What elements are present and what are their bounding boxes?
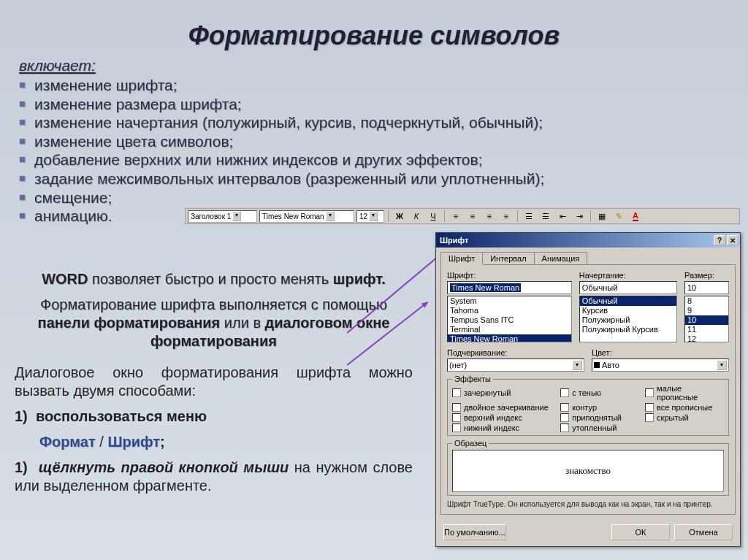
align-justify-button[interactable]: ≡ [499,210,514,223]
font-input[interactable]: Times New Roman [447,281,572,294]
list-item[interactable]: Полужирный Курсив [580,325,676,334]
bullet-item: добавление верхних или нижних индексов и… [34,150,482,169]
size-combo[interactable]: 12▾ [356,210,384,223]
align-left-button[interactable]: ≡ [449,210,463,223]
font-dialog: Шрифт ? ✕ Шрифт Интервал Анимация Шрифт:… [435,232,741,547]
highlight-button[interactable]: ✎ [611,210,626,223]
font-color-button[interactable]: A [628,210,643,223]
bullet-item: изменение цвета символов; [34,132,233,151]
bullet-list-button[interactable]: ☰ [538,210,553,223]
style-combo[interactable]: Заголовок 1▾ [188,210,257,223]
list-item[interactable]: 10 [685,315,728,325]
list-item[interactable]: Полужирный [580,315,676,325]
effects-group: Эффекты зачеркнутый с тенью малые пропис… [447,379,729,436]
bullet-list: изменение шрифта; изменение размера шриф… [19,76,748,226]
checkbox-subscript[interactable]: нижний индекс [452,423,554,432]
list-item[interactable]: Курсив [580,306,676,315]
bullet-item: анимацию. [34,207,112,226]
sample-group: Образец знакомство [447,443,729,496]
tab-row: Шрифт Интервал Анимация [440,252,740,265]
chevron-down-icon[interactable]: ▾ [369,211,378,221]
align-center-button[interactable]: ≡ [465,210,480,223]
help-button[interactable]: ? [714,235,725,245]
default-button[interactable]: По умолчанию... [443,524,506,540]
checkbox-strike[interactable]: зачеркнутый [452,384,554,402]
font-combo[interactable]: Times New Roman▾ [259,210,354,223]
outdent-button[interactable]: ⇤ [555,210,570,223]
effects-legend: Эффекты [452,375,493,383]
separator [590,210,591,222]
italic-button[interactable]: К [409,210,424,223]
checkbox-emboss[interactable]: приподнятый [560,413,639,422]
chevron-down-icon[interactable]: ▾ [717,360,727,370]
list-item: 1) воспользоваться меню [15,407,413,426]
bullet-item: смещение; [34,188,112,207]
checkbox-dblstrike[interactable]: двойное зачеркивание [452,403,554,412]
font-label: Шрифт: [447,271,572,280]
paragraph: Форматирование шрифта выполняется с помо… [15,296,413,350]
cancel-button[interactable]: Отмена [674,524,733,540]
style-label: Начертание: [579,271,677,280]
tab-font[interactable]: Шрифт [440,252,483,265]
sample-legend: Образец [452,439,489,448]
intro-text: включает: [19,57,748,74]
paragraph: WORD позволяет быстро и просто менять шр… [15,270,413,288]
color-combo[interactable]: Авто▾ [592,358,729,372]
separator [517,210,518,222]
checkbox-shadow[interactable]: с тенью [560,384,639,402]
font-listbox[interactable]: System Tahoma Tempus Sans ITC Terminal T… [447,296,572,342]
bullet-item: изменение начертания (полужирный, курсив… [34,113,543,132]
size-input[interactable]: 10 [684,281,729,294]
paragraph: Диалоговое окно форматирования шрифта мо… [15,364,413,400]
align-right-button[interactable]: ≡ [482,210,497,223]
list-item[interactable]: Tahoma [448,306,571,315]
style-input[interactable]: Обычный [579,281,677,294]
chevron-down-icon[interactable]: ▾ [572,360,582,370]
tab-panel: Шрифт: Times New Roman System Tahoma Tem… [440,264,736,515]
bold-button[interactable]: Ж [392,210,407,223]
checkbox-outline[interactable]: контур [560,403,639,412]
close-button[interactable]: ✕ [727,235,739,245]
slide-title: Форматирование символов [0,20,748,51]
dialog-title: Шрифт [440,236,468,245]
sample-preview: знакомство [452,450,724,492]
list-item[interactable]: 8 [685,296,728,306]
size-label: Размер: [684,271,729,280]
style-listbox[interactable]: Обычный Курсив Полужирный Полужирный Кур… [579,296,677,342]
separator [444,210,445,222]
indent-button[interactable]: ⇥ [572,210,587,223]
separator [388,210,389,222]
hint-text: Шрифт TrueType. Он используется для выво… [447,500,729,508]
list-item[interactable]: 12 [685,334,728,342]
list-item[interactable]: 9 [685,306,728,315]
tab-animation[interactable]: Анимация [534,252,588,265]
list-item: 1) щёлкнуть правой кнопкой мыши на нужно… [15,459,413,495]
list-item[interactable]: Terminal [448,325,571,334]
chevron-down-icon[interactable]: ▾ [232,211,241,221]
checkbox-superscript[interactable]: верхний индекс [452,413,554,422]
ok-button[interactable]: ОК [611,524,670,540]
borders-button[interactable]: ▦ [595,210,609,223]
list-item: Формат / Шрифт; [39,433,413,451]
size-listbox[interactable]: 8 9 10 11 12 [684,296,729,342]
numbered-list-button[interactable]: ☰ [522,210,536,223]
tab-interval[interactable]: Интервал [482,252,534,265]
body-text: WORD позволяет быстро и просто менять шр… [15,270,413,502]
checkbox-hidden[interactable]: скрытый [645,413,724,422]
underline-combo[interactable]: (нет)▾ [447,358,584,372]
list-item[interactable]: Times New Roman [448,334,571,342]
bullet-item: изменение шрифта; [34,76,178,95]
color-swatch-icon [594,362,600,368]
list-item[interactable]: Обычный [580,296,676,306]
underline-button[interactable]: Ч [426,210,440,223]
color-label: Цвет: [592,348,729,357]
list-item[interactable]: 11 [685,325,728,334]
checkbox-allcaps[interactable]: все прописные [645,403,724,412]
list-item[interactable]: Tempus Sans ITC [448,315,571,325]
chevron-down-icon[interactable]: ▾ [326,211,335,221]
list-item[interactable]: System [448,296,571,306]
checkbox-smallcaps[interactable]: малые прописные [645,384,724,402]
checkbox-engrave[interactable]: утопленный [560,423,639,432]
button-row: По умолчанию... ОК Отмена [436,520,740,546]
bullet-item: задание межсимвольных интервалов (разреж… [34,169,544,188]
